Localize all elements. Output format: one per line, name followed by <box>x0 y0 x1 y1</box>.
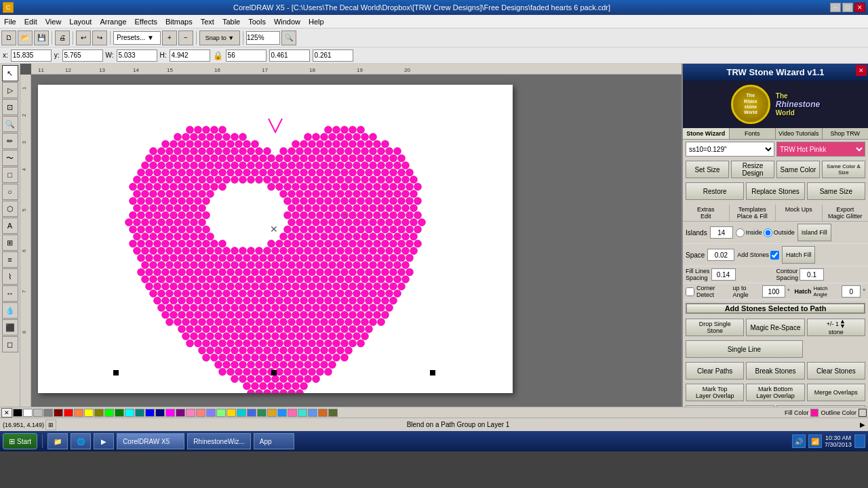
menu-table[interactable]: Table <box>218 16 244 27</box>
color-swatch-dark-olive[interactable] <box>328 409 338 417</box>
color-swatch-pink[interactable] <box>186 409 195 417</box>
outside-radio[interactable] <box>764 228 772 237</box>
color-swatch-dodger-blue[interactable] <box>277 409 287 417</box>
color-swatch-goldenrod[interactable] <box>267 409 277 417</box>
color-swatch-silver[interactable] <box>33 409 43 417</box>
mark-bottom-layer-button[interactable]: Mark BottomLayer Overlap <box>746 384 804 401</box>
menu-file[interactable]: File <box>0 16 20 27</box>
color-swatch-turquoise[interactable] <box>298 409 307 417</box>
outline-tool[interactable]: ◻ <box>2 336 18 352</box>
zoom-input[interactable] <box>246 31 280 45</box>
fill-tool[interactable]: ⬛ <box>2 319 18 336</box>
y-input[interactable] <box>62 49 103 62</box>
crop-tool[interactable]: ⊡ <box>2 99 18 115</box>
color-swatch-salmon[interactable] <box>196 409 205 417</box>
eyedropper-tool[interactable]: 💧 <box>2 302 18 319</box>
table-tool[interactable]: ⊞ <box>2 235 18 251</box>
same-color-size-button[interactable]: Same Color & Size <box>822 161 865 178</box>
dimension-tool[interactable]: ↔ <box>2 285 18 302</box>
color-swatch-yellow[interactable] <box>84 409 94 417</box>
hatch-angle-input[interactable] <box>842 285 861 298</box>
menu-layout[interactable]: Layout <box>65 16 96 27</box>
extras-edit-tab[interactable]: ExtrasEdit <box>683 205 730 221</box>
menu-bitmaps[interactable]: Bitmaps <box>161 16 197 27</box>
color-swatch-cornflower[interactable] <box>308 409 317 417</box>
height-input[interactable] <box>170 49 210 62</box>
panel-close-button[interactable]: ✕ <box>856 65 867 76</box>
width-input[interactable] <box>117 49 157 62</box>
inside-radio[interactable] <box>736 228 745 237</box>
color-swatch-navy[interactable] <box>155 409 165 417</box>
color-swatch-teal[interactable] <box>135 409 144 417</box>
taskbar-coreldraw-btn[interactable]: CorelDRAW X5 <box>117 433 184 449</box>
polygon-tool[interactable]: ⬡ <box>2 201 18 217</box>
freehand-tool[interactable]: ✏ <box>2 133 18 149</box>
export-magic-glitter-tab[interactable]: ExportMagic Glitter <box>823 205 869 221</box>
angle-input[interactable] <box>226 49 267 62</box>
color-swatch-chocolate[interactable] <box>318 409 328 417</box>
nav-tab-shop-trw[interactable]: Shop TRW <box>823 128 869 139</box>
no-color-swatch[interactable]: ✕ <box>1 408 12 418</box>
island-fill-button[interactable]: Island Fill <box>797 224 831 241</box>
show-desktop-button[interactable] <box>854 434 865 448</box>
color-swatch-gray[interactable] <box>43 409 53 417</box>
color-swatch-green[interactable] <box>115 409 124 417</box>
rectangle-tool[interactable]: □ <box>2 167 18 183</box>
zoom-tool[interactable]: 🔍 <box>2 116 18 132</box>
zoom-tool-btn[interactable]: 🔍 <box>281 30 296 45</box>
save-button[interactable]: 💾 <box>34 30 49 45</box>
same-size-button[interactable]: Same Size <box>807 182 865 200</box>
duplicate-button[interactable]: Duplicate <box>776 405 865 407</box>
presets-dropdown[interactable]: Presets... ▼ <box>113 31 161 45</box>
nav-tab-stone-wizard[interactable]: Stone Wizard <box>683 128 730 139</box>
color-swatch-magenta[interactable] <box>165 409 175 417</box>
merge-overlaps-button[interactable]: Merge Overlaps <box>807 384 865 401</box>
add-stones-checkbox[interactable] <box>770 251 779 260</box>
shape-tool[interactable]: ▷ <box>2 82 18 98</box>
menu-help[interactable]: Help <box>304 16 328 27</box>
start-button[interactable]: ⊞ Start <box>3 433 37 449</box>
taskbar-rhinestone-btn[interactable]: RhinestoneWiz... <box>187 433 251 449</box>
corner-detect-checkbox[interactable] <box>686 287 694 296</box>
undo-toolbar-button[interactable]: ↩ <box>76 30 91 45</box>
mark-top-layer-button[interactable]: Mark TopLayer Overlap <box>686 384 744 401</box>
color-swatch-orange[interactable] <box>74 409 83 417</box>
select-tool[interactable]: ↖ <box>2 65 18 81</box>
color-swatch-blue[interactable] <box>145 409 155 417</box>
islands-input[interactable] <box>710 226 733 239</box>
menu-text[interactable]: Text <box>197 16 218 27</box>
resize-design-button[interactable]: Resize Design <box>731 161 774 178</box>
open-button[interactable]: 📂 <box>18 30 33 45</box>
menu-tools[interactable]: Tools <box>244 16 270 27</box>
scale-x-input[interactable] <box>269 49 310 62</box>
print-button[interactable]: 🖨 <box>55 30 70 45</box>
text-tool[interactable]: A <box>2 218 18 234</box>
taskbar-clock[interactable]: 10:30 AM 7/30/2013 <box>825 434 852 448</box>
taskbar-app3-btn[interactable]: App <box>254 433 294 449</box>
add-button[interactable]: + <box>162 30 177 45</box>
trw-magic-lasso-button[interactable]: TRW Magic Lasso <box>686 405 774 407</box>
drawing-area[interactable]: ✕ + <box>31 75 682 407</box>
connector-tool[interactable]: ⌇ <box>2 268 18 285</box>
color-swatch-lime[interactable] <box>104 409 114 417</box>
remove-button[interactable]: − <box>178 30 193 45</box>
taskbar-notification[interactable]: 🔊 <box>792 434 806 448</box>
break-stones-button[interactable]: Break Stones <box>746 362 804 380</box>
taskbar-folder-btn[interactable]: 📁 <box>47 433 68 449</box>
color-swatch-olive[interactable] <box>94 409 104 417</box>
contour-spacing-input[interactable] <box>800 268 824 281</box>
hatch-fill-button[interactable]: Hatch Fill <box>782 246 816 264</box>
color-swatch-purple[interactable] <box>176 409 185 417</box>
same-color-button[interactable]: Same Color <box>776 161 820 178</box>
drop-single-stone-button[interactable]: Drop SingleStone <box>686 319 744 336</box>
snap-to-btn[interactable]: Snap to ▼ <box>199 30 240 45</box>
color-swatch-white[interactable] <box>23 409 33 417</box>
nav-tab-video-tutorials[interactable]: Video Tutorials <box>776 128 823 139</box>
stone-color-dropdown[interactable]: TRW Hot Pinkk <box>776 142 865 157</box>
space-input[interactable] <box>707 249 734 261</box>
stone-size-dropdown[interactable]: ss10=0.129" <box>686 142 774 157</box>
menu-arrange[interactable]: Arrange <box>96 16 130 27</box>
set-size-button[interactable]: Set Size <box>686 161 729 178</box>
scale-y-input[interactable] <box>313 49 353 62</box>
color-swatch-sea-green[interactable] <box>257 409 267 417</box>
